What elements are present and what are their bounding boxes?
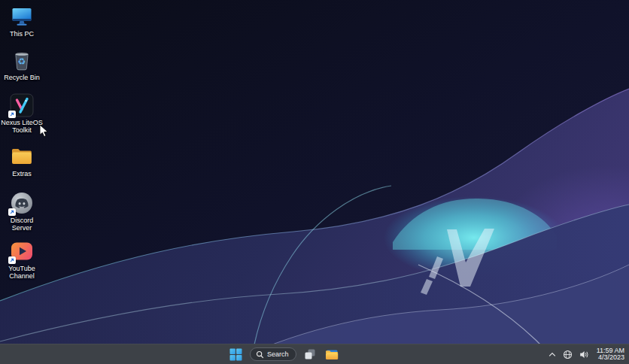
desktop-icon-youtube-channel[interactable]: YouTube Channel [0, 239, 44, 280]
svg-text:♻: ♻ [18, 56, 26, 67]
shortcut-arrow-badge [8, 111, 16, 118]
shortcut-arrow-badge [8, 256, 16, 264]
desktop-icon-nexus-toolkit[interactable]: Nexus LiteOS Toolkit [0, 93, 44, 134]
taskbar-clock[interactable]: 11:59 AM 4/3/2023 [597, 347, 624, 362]
desktop-icon-label: This PC [10, 30, 34, 38]
discord-icon [10, 191, 34, 215]
this-pc-monitor-icon [10, 5, 34, 29]
volume-tray-button[interactable] [578, 348, 591, 361]
recycle-bin-icon: ♻ [10, 48, 34, 72]
network-tray-button[interactable] [561, 348, 574, 361]
desktop-icon-label: Extras [12, 170, 32, 177]
start-button[interactable] [228, 347, 244, 362]
desktop-screen[interactable]: This PC ♻ Recycle Bin Nexus LiteOS Toolk… [0, 0, 629, 364]
hidden-icons-button[interactable] [547, 350, 558, 359]
taskbar-center: Search [228, 344, 340, 364]
desktop-icon-extras[interactable]: Extras [0, 144, 44, 177]
search-icon [256, 350, 264, 359]
wallpaper-image [0, 0, 629, 364]
desktop-icon-label: Recycle Bin [4, 74, 40, 81]
desktop-icon-label: Nexus LiteOS Toolkit [0, 119, 44, 134]
tray-date: 4/3/2023 [597, 354, 624, 362]
volume-icon [579, 350, 589, 359]
youtube-icon [10, 239, 34, 263]
file-explorer-button[interactable] [324, 347, 340, 362]
desktop-icon-discord-server[interactable]: Discord Server [0, 191, 44, 232]
desktop-icon-recycle-bin[interactable]: ♻ Recycle Bin [0, 48, 44, 81]
taskbar: Search [0, 344, 629, 364]
nexus-liteos-toolkit-icon [10, 93, 34, 117]
desktop-icon-this-pc[interactable]: This PC [0, 5, 44, 38]
taskbar-search[interactable]: Search [250, 347, 296, 361]
task-view-button[interactable] [302, 347, 318, 362]
task-view-icon [304, 348, 316, 360]
chevron-up-icon [548, 352, 556, 357]
file-explorer-icon [325, 349, 339, 360]
shortcut-arrow-badge [8, 208, 16, 216]
search-label: Search [267, 350, 289, 358]
network-globe-icon [563, 350, 573, 359]
taskbar-tray: 11:59 AM 4/3/2023 [547, 344, 627, 364]
desktop-icon-label: YouTube Channel [0, 265, 44, 280]
windows-logo-icon [229, 348, 242, 361]
desktop-icon-label: Discord Server [0, 217, 44, 232]
folder-icon [10, 144, 34, 168]
